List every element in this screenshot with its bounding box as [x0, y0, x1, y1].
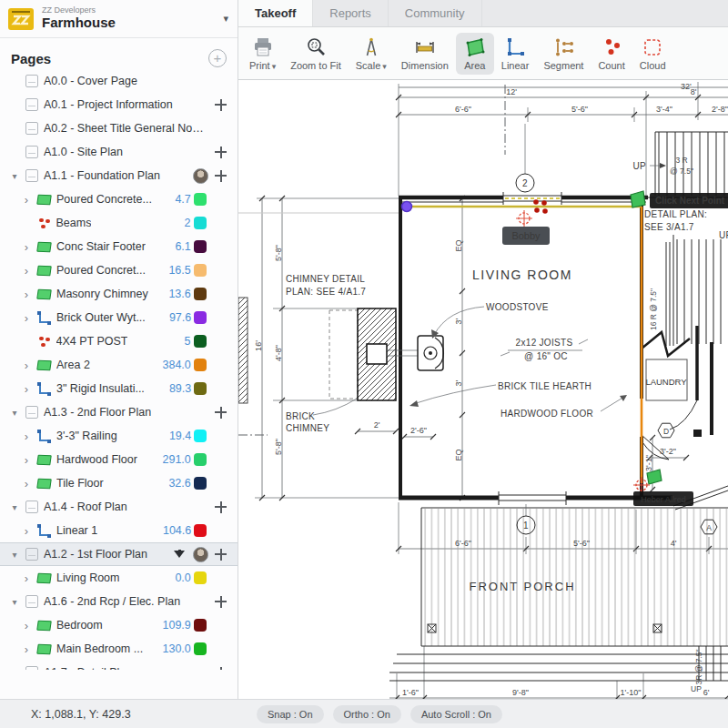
add-page-button[interactable] [208, 49, 227, 67]
color-chip[interactable] [194, 193, 207, 206]
expand-chevron-icon[interactable] [21, 264, 32, 278]
takeoff-item-row[interactable]: Poured Concret...16.5SF [0, 258, 238, 282]
expand-chevron-icon[interactable] [21, 288, 32, 301]
status-bar: X: 1,088.1, Y: 429.3 Snap : On Ortho : O… [0, 699, 728, 728]
expand-chevron-icon[interactable] [21, 311, 32, 325]
move-handle-icon[interactable] [215, 501, 227, 513]
page-row[interactable]: A1.3 - 2nd Floor Plan [0, 400, 238, 424]
expand-chevron-icon[interactable] [9, 408, 20, 418]
area-type-icon [36, 194, 52, 205]
takeoff-item-row[interactable]: Conc Stair Footer6.1SF [0, 235, 238, 258]
move-handle-icon[interactable] [215, 147, 227, 158]
color-chip[interactable] [194, 453, 207, 466]
page-row[interactable]: A1.7 - Detail Plans [0, 661, 238, 670]
expand-chevron-icon[interactable] [9, 597, 20, 607]
expand-chevron-icon[interactable] [21, 193, 32, 207]
color-chip[interactable] [194, 571, 207, 584]
expand-chevron-icon[interactable] [21, 359, 32, 372]
color-chip[interactable] [194, 288, 207, 300]
tab-takeoff[interactable]: Takeoff [238, 0, 313, 26]
color-chip[interactable] [194, 240, 207, 253]
dimension-button[interactable]: Dimension [394, 33, 456, 75]
expand-chevron-icon[interactable] [21, 619, 32, 632]
page-row[interactable]: A0.1 - Project Information [0, 93, 238, 116]
takeoff-item-row[interactable]: Main Bedroom ...130.0SF [0, 637, 238, 661]
move-handle-icon[interactable] [215, 99, 227, 111]
project-selector[interactable]: ZZ Developers Farmhouse [0, 0, 238, 38]
color-chip[interactable] [194, 264, 207, 277]
expand-chevron-icon[interactable] [21, 477, 32, 490]
page-row[interactable]: A1.2 - 1st Floor Plan [0, 542, 238, 566]
page-row[interactable]: A1.4 - Roof Plan [0, 495, 238, 519]
takeoff-item-row[interactable]: Poured Concrete...4.7SF [0, 187, 238, 211]
row-label: A1.2 - 1st Floor Plan [44, 548, 147, 561]
takeoff-item-row[interactable]: Linear 1104.6FT [0, 519, 238, 542]
autoscroll-toggle[interactable]: Auto Scroll : On [410, 705, 502, 723]
zoom-to-fit-button[interactable]: Zoom to Fit [283, 33, 349, 75]
color-chip[interactable] [194, 524, 207, 537]
print-button[interactable]: Print [242, 33, 283, 75]
color-chip[interactable] [194, 477, 207, 490]
scale-button[interactable]: Scale [349, 33, 394, 75]
tab-reports[interactable]: Reports [313, 0, 389, 26]
quantity-value: 89.3 [169, 382, 191, 395]
color-chip[interactable] [194, 430, 207, 442]
takeoff-item-row[interactable]: Brick Outer Wyt...97.6FT [0, 306, 238, 329]
page-row[interactable]: A0.0 - Cover Page [0, 69, 238, 93]
status-toggles: Snap : On Ortho : On Auto Scroll : On [238, 705, 502, 723]
expand-chevron-icon[interactable] [9, 502, 20, 512]
project-chevron-down-icon[interactable] [223, 13, 228, 25]
expand-chevron-icon[interactable] [21, 524, 32, 538]
move-handle-icon[interactable] [215, 549, 227, 561]
cloud-button[interactable]: Cloud [632, 33, 673, 75]
page-row[interactable]: A1.1 - Foundation Plan [0, 164, 238, 187]
expand-chevron-icon[interactable] [9, 171, 20, 181]
takeoff-item-row[interactable]: Masonry Chimney13.6SF [0, 282, 238, 306]
color-chip[interactable] [194, 335, 207, 348]
page-row[interactable]: A1.0 - Site Plan [0, 140, 238, 164]
takeoff-item-row[interactable]: 3" Rigid Insulati...89.3FT [0, 377, 238, 400]
page-row[interactable]: A1.6 - 2nd Rcp / Elec. Plan [0, 590, 238, 613]
move-handle-icon[interactable] [215, 170, 227, 182]
takeoff-item-row[interactable]: Bedroom109.9SF [0, 613, 238, 637]
color-chip[interactable] [194, 619, 207, 632]
takeoff-item-row[interactable]: Living Room0.0SF [0, 566, 238, 590]
move-handle-icon[interactable] [215, 667, 227, 671]
expand-chevron-icon[interactable] [21, 382, 32, 396]
ortho-toggle[interactable]: Ortho : On [333, 705, 401, 723]
scale-caret-icon [382, 60, 387, 71]
color-chip[interactable] [194, 642, 207, 655]
linear-button[interactable]: Linear [494, 33, 537, 75]
linear-icon [503, 36, 527, 58]
expand-chevron-icon[interactable] [9, 550, 20, 560]
snap-toggle[interactable]: Snap : On [257, 705, 324, 723]
count-button[interactable]: Count [591, 33, 632, 75]
color-chip[interactable] [194, 311, 207, 324]
takeoff-item-row[interactable]: 3'-3" Railing19.4FT [0, 424, 238, 448]
drawing-canvas[interactable]: 2 1 A D LIVING ROOM LAUNDRY FRONT PORCH … [238, 80, 728, 699]
takeoff-item-row[interactable]: Hardwood Floor291.0SF [0, 448, 238, 471]
takeoff-item-row[interactable]: Tile Floor32.6SF [0, 471, 238, 495]
takeoff-item-row[interactable]: 4X4 PT POST5EA [0, 329, 238, 353]
area-button[interactable]: Area [456, 33, 494, 75]
expand-chevron-icon[interactable] [21, 642, 32, 656]
move-handle-icon[interactable] [215, 596, 227, 608]
segment-button[interactable]: Segment [536, 33, 591, 75]
tab-community[interactable]: Community [389, 0, 482, 26]
color-chip[interactable] [194, 382, 207, 395]
svg-text:5'-6": 5'-6" [571, 105, 588, 114]
move-handle-icon[interactable] [215, 407, 227, 419]
color-chip[interactable] [194, 359, 207, 371]
svg-text:5'-6": 5'-6" [573, 539, 590, 548]
expand-chevron-icon[interactable] [21, 453, 32, 467]
expand-chevron-icon[interactable] [21, 571, 32, 585]
takeoff-item-row[interactable]: Area 2384.0SF [0, 353, 238, 377]
expand-chevron-icon[interactable] [21, 430, 32, 443]
row-label: Bedroom [56, 619, 103, 632]
takeoff-item-row[interactable]: Beams2EA [0, 211, 238, 235]
page-row[interactable]: A0.2 - Sheet Title General Notes [0, 116, 238, 140]
expand-chevron-icon[interactable] [9, 668, 20, 671]
filter-icon[interactable] [174, 551, 185, 558]
expand-chevron-icon[interactable] [21, 240, 32, 254]
color-chip[interactable] [194, 217, 207, 229]
